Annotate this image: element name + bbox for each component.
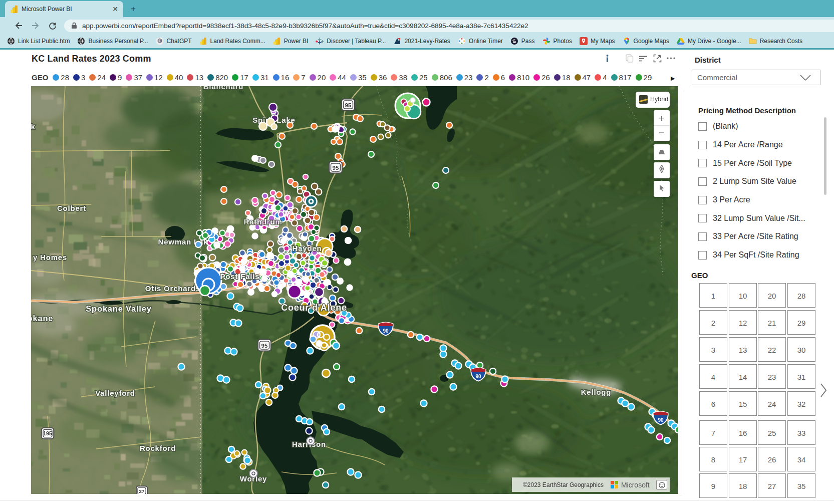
svg-text:90: 90: [383, 328, 389, 334]
svg-text:Rockford: Rockford: [140, 444, 176, 452]
svg-text:95: 95: [345, 102, 352, 108]
svg-text:95: 95: [333, 165, 339, 171]
svg-text:Otis Orchards: Otis Orchards: [145, 284, 200, 293]
svg-text:195: 195: [43, 430, 52, 436]
svg-text:Kellogg: Kellogg: [581, 388, 612, 396]
svg-text:Coeur d'Alene: Coeur d'Alene: [281, 303, 347, 313]
svg-text:95: 95: [261, 343, 268, 349]
svg-text:Spokane Valley: Spokane Valley: [86, 304, 151, 313]
svg-text:Hayden: Hayden: [293, 244, 322, 253]
svg-text:Rathdrum: Rathdrum: [243, 217, 282, 226]
svg-text:pokane: pokane: [31, 314, 53, 323]
svg-text:27: 27: [139, 488, 145, 494]
svg-text:k: k: [31, 122, 36, 131]
svg-text:Blanchard: Blanchard: [203, 86, 244, 91]
svg-text:y Homes: y Homes: [33, 253, 67, 262]
svg-text:90: 90: [658, 417, 664, 423]
svg-text:Valleyford: Valleyford: [95, 389, 135, 397]
svg-text:Colbert: Colbert: [57, 204, 86, 212]
svg-text:Post Falls: Post Falls: [220, 272, 260, 281]
svg-text:90: 90: [475, 374, 481, 379]
